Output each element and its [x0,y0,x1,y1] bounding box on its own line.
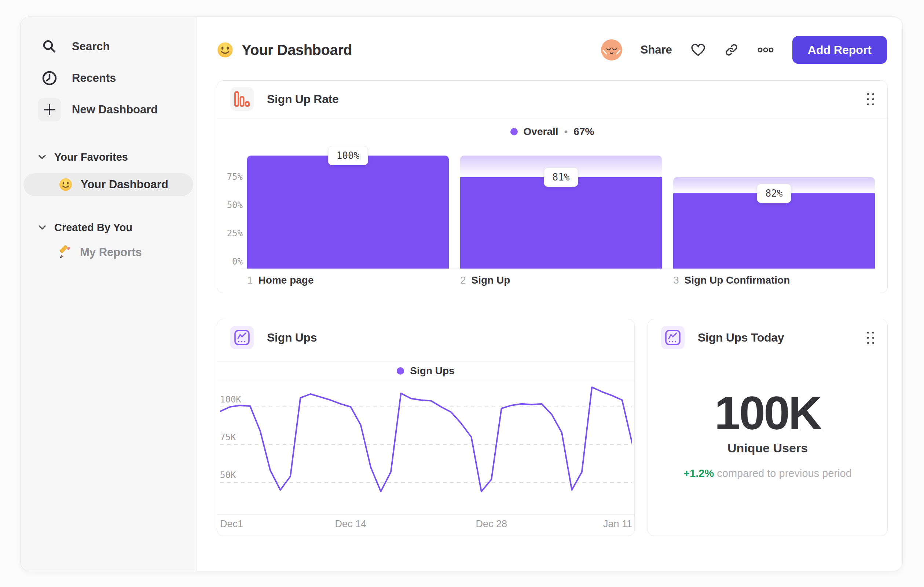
line-y-tick: 75K [220,433,236,442]
line-series[interactable] [220,387,632,491]
funnel-step-label: 2Sign Up [460,274,510,286]
section-title: Created By You [54,222,132,234]
page-header: Your Dashboard Share [217,35,887,64]
funnel-y-tick: 75% [227,172,243,181]
sidebar-item-recents[interactable]: Recents [21,68,196,89]
sidebar-item-your-dashboard[interactable]: Your Dashboard [23,173,193,196]
card-sign-ups-today: Sign Ups Today 100K Unique Users +1.2% c… [648,319,888,536]
stat-value: 100K [648,386,887,440]
sidebar-item-label: My Reports [80,246,142,259]
section-title: Your Favorites [54,151,128,163]
stat-delta-value: +1.2% [683,467,714,479]
heart-icon[interactable] [690,43,706,57]
sidebar: Search Recents New Dashboard Your Favori… [21,17,196,571]
funnel-value-chip: 100% [328,146,368,165]
card-title: Sign Ups Today [698,331,784,344]
funnel-bar-fill [460,177,662,269]
funnel-plot[interactable]: 100%81%82% [247,155,875,269]
clock-icon [38,67,61,89]
header-actions: Share Add Report [601,36,887,64]
divider [217,361,634,362]
drag-handle-icon[interactable] [867,332,874,344]
chevron-down-icon [38,154,46,160]
sidebar-item-my-reports[interactable]: My Reports [21,242,196,263]
avatar[interactable] [601,39,622,61]
funnel-y-tick: 0% [232,257,243,266]
card-title: Sign Ups [267,331,317,344]
sidebar-section-created-by-you[interactable]: Created By You [21,219,196,236]
line-plot[interactable] [220,381,632,514]
main-content: Your Dashboard Share [196,17,903,571]
funnel-step-label: 1Home page [247,274,314,286]
line-plot-bottom-border [218,514,634,515]
add-report-button[interactable]: Add Report [792,36,887,64]
funnel-baseline [241,269,875,269]
line-chart-icon [661,326,685,349]
line-legend[interactable]: Sign Ups [217,365,634,377]
card-sign-ups: Sign Ups Sign Ups 100K75K50K Dec1Dec 14D… [217,319,635,536]
line-y-tick: 50K [220,471,236,480]
legend-series: Sign Ups [410,365,454,377]
card-title: Sign Up Rate [267,93,339,106]
drag-handle-icon[interactable] [867,93,874,105]
funnel-step-labels: 1Home page2Sign Up3Sign Up Confirmation [247,274,874,288]
pencil-emoji-icon [59,245,73,260]
legend-series: Overall [524,126,558,137]
link-icon[interactable] [724,43,739,57]
funnel-y-axis: 75%50%25%0% [217,81,243,293]
funnel-bar-fill [247,155,449,269]
divider [217,118,887,119]
sidebar-item-label: New Dashboard [72,103,158,116]
smiley-emoji-icon [217,41,234,58]
app-window: Search Recents New Dashboard Your Favori… [20,17,903,571]
funnel-bar-fill [673,193,875,269]
funnel-y-tick: 50% [227,201,243,210]
line-y-tick: 100K [220,395,241,404]
plus-icon [38,98,61,121]
sidebar-section-your-favorites[interactable]: Your Favorites [21,149,196,165]
card-header: Sign Ups Today [661,326,874,350]
sidebar-item-label: Search [72,40,110,53]
chevron-down-icon [38,225,46,230]
line-x-tick: Jan 11 [603,518,632,530]
smiley-emoji-icon [59,178,73,192]
legend-separator: • [564,126,568,137]
sidebar-item-search[interactable]: Search [21,36,196,57]
search-icon [38,35,61,58]
line-x-tick: Dec 28 [475,518,507,530]
more-options-icon[interactable] [757,47,774,53]
funnel-bar[interactable]: 81% [460,155,662,269]
line-x-tick: Dec1 [220,518,243,530]
funnel-step-label: 3Sign Up Confirmation [673,274,790,286]
stat-delta-suffix: compared to previous period [717,467,852,479]
share-button[interactable]: Share [640,43,672,56]
funnel-y-tick: 25% [227,229,243,238]
funnel-bar[interactable]: 82% [673,155,875,269]
legend-value: 67% [573,126,594,137]
funnel-legend[interactable]: Overall • 67% [217,126,887,138]
line-chart-icon [230,326,254,349]
legend-dot [397,367,404,375]
card-header: Sign Up Rate [230,87,874,111]
funnel-value-chip: 82% [757,184,791,203]
page-title: Your Dashboard [217,41,352,58]
legend-dot [510,128,518,136]
funnel-bar[interactable]: 100% [247,155,449,269]
sidebar-item-label: Your Dashboard [81,178,168,191]
page-title-text: Your Dashboard [242,42,352,58]
sidebar-item-new-dashboard[interactable]: New Dashboard [21,99,196,120]
card-sign-up-rate: Sign Up Rate Overall • 67% 75%50%25%0% 1… [217,80,888,293]
card-header: Sign Ups [230,326,621,350]
funnel-value-chip: 81% [544,168,578,187]
stat-delta: +1.2% compared to previous period [648,467,887,480]
sidebar-item-label: Recents [72,71,116,85]
line-x-tick: Dec 14 [335,518,367,530]
stat-label: Unique Users [648,441,887,455]
